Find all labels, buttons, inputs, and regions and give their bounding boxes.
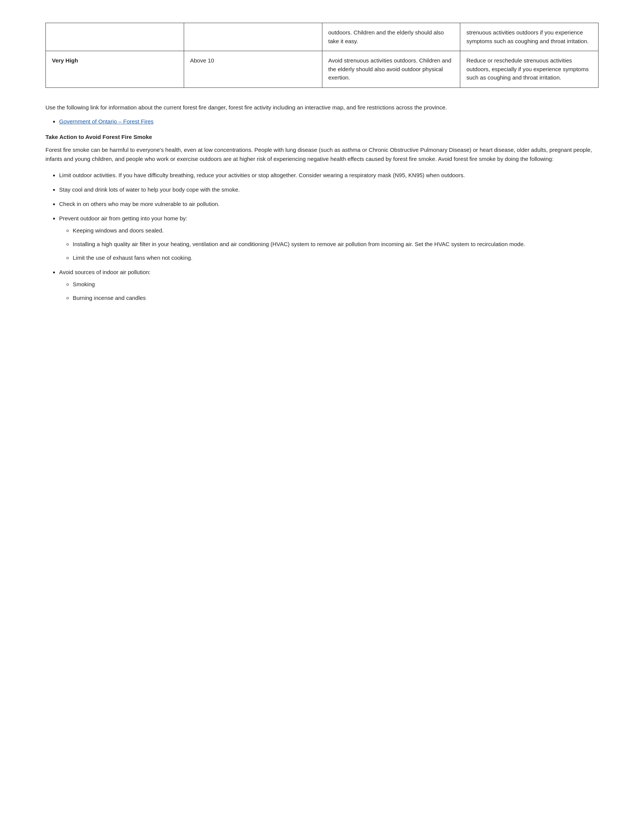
table-cell-level-partial [46, 23, 184, 51]
list-item-stay-cool-text: Stay cool and drink lots of water to hel… [59, 186, 240, 193]
list-item-avoid-indoor-pollution: Avoid sources of indoor air pollution: S… [59, 268, 599, 302]
outer-bullet-list: Limit outdoor activities. If you have di… [59, 171, 599, 302]
list-item-prevent-outdoor-air-text: Prevent outdoor air from getting into yo… [59, 215, 188, 222]
list-item-limit-activities-text: Limit outdoor activities. If you have di… [59, 172, 465, 178]
table-cell-level-very-high: Very High [46, 51, 184, 88]
list-item-windows-sealed-text: Keeping windows and doors sealed. [73, 227, 164, 234]
list-item-burning-incense-text: Burning incense and candles [73, 294, 146, 301]
table-row-partial: outdoors. Children and the elderly shoul… [46, 23, 599, 51]
list-item-windows-sealed: Keeping windows and doors sealed. [73, 226, 599, 235]
list-item-prevent-outdoor-air: Prevent outdoor air from getting into yo… [59, 214, 599, 262]
table-cell-index-very-high: Above 10 [184, 51, 322, 88]
list-item-exhaust-fans: Limit the use of exhaust fans when not c… [73, 253, 599, 262]
body-paragraph: Forest fire smoke can be harmful to ever… [45, 145, 599, 164]
list-item-burning-incense: Burning incense and candles [73, 293, 599, 302]
link-list: Government of Ontario – Forest Fires [59, 118, 599, 125]
list-item-air-filter: Installing a high quality air filter in … [73, 240, 599, 249]
table-row-very-high: Very High Above 10 Avoid strenuous activ… [46, 51, 599, 88]
table-cell-sensitive-partial: strenuous activities outdoors if you exp… [460, 23, 599, 51]
forest-fires-link[interactable]: Government of Ontario – Forest Fires [59, 118, 153, 125]
air-quality-table-container: outdoors. Children and the elderly shoul… [45, 23, 599, 88]
list-item-air-filter-text: Installing a high quality air filter in … [73, 241, 525, 247]
list-item-check-others: Check in on others who may be more vulne… [59, 199, 599, 209]
list-item-smoking-text: Smoking [73, 281, 95, 287]
list-item-limit-activities: Limit outdoor activities. If you have di… [59, 171, 599, 180]
table-cell-general-partial: outdoors. Children and the elderly shoul… [322, 23, 460, 51]
list-item-avoid-indoor-pollution-text: Avoid sources of indoor air pollution: [59, 269, 151, 275]
section-title: Take Action to Avoid Forest Fire Smoke [45, 133, 599, 140]
air-quality-table: outdoors. Children and the elderly shoul… [45, 23, 599, 88]
list-item-stay-cool: Stay cool and drink lots of water to hel… [59, 185, 599, 194]
inner-list-prevent: Keeping windows and doors sealed. Instal… [73, 226, 599, 262]
info-paragraph: Use the following link for information a… [45, 103, 599, 112]
list-item-link: Government of Ontario – Forest Fires [59, 118, 599, 125]
table-cell-sensitive-very-high: Reduce or reschedule strenuous activitie… [460, 51, 599, 88]
inner-list-indoor: Smoking Burning incense and candles [73, 280, 599, 302]
list-item-exhaust-fans-text: Limit the use of exhaust fans when not c… [73, 254, 192, 261]
list-item-check-others-text: Check in on others who may be more vulne… [59, 201, 220, 207]
table-cell-index-partial [184, 23, 322, 51]
table-cell-general-very-high: Avoid strenuous activities outdoors. Chi… [322, 51, 460, 88]
list-item-smoking: Smoking [73, 280, 599, 289]
